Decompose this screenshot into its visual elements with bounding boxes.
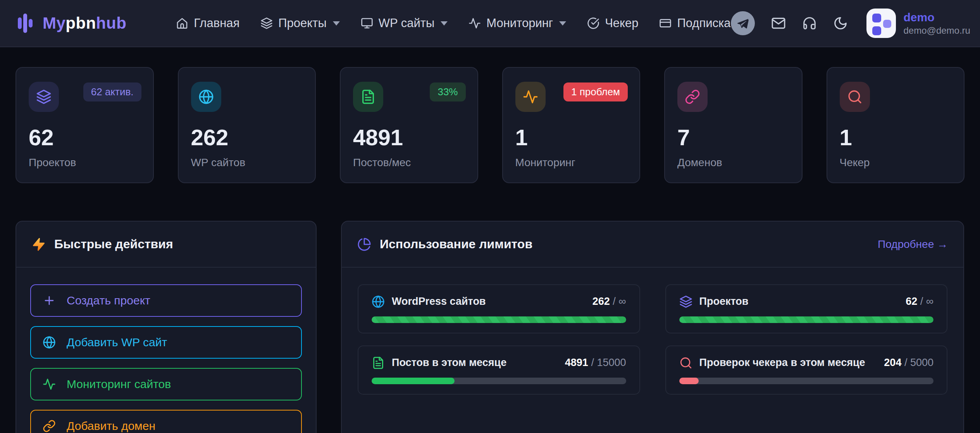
main-nav: Главная Проекты WP сайты Мониторинг [176, 16, 730, 30]
activity-icon [43, 378, 56, 391]
navbar-actions: demo demo@demo.ru [731, 9, 970, 38]
headphones-icon [802, 16, 817, 31]
progress-fill [372, 378, 455, 384]
limit-value: 4891 / 15000 [565, 357, 626, 369]
stat-card-domains[interactable]: 7 Доменов [664, 67, 803, 183]
file-text-icon [353, 82, 383, 112]
support-button[interactable] [802, 16, 817, 31]
stat-value: 1 [840, 124, 952, 150]
progress-bar [372, 378, 626, 384]
search-icon [840, 82, 870, 112]
limit-name: Проектов [699, 296, 749, 308]
stat-card-checker[interactable]: 1 Чекер [827, 67, 965, 183]
limit-name: Проверок чекера в этом месяце [699, 357, 865, 369]
limit-card-wp-sites: WordPress сайтов 262 / ∞ [358, 284, 640, 333]
limit-card-projects: Проектов 62 / ∞ [665, 284, 948, 333]
layers-icon [679, 295, 692, 308]
nav-item-projects[interactable]: Проекты [260, 16, 339, 30]
stat-label: Постов/мес [353, 156, 465, 169]
limit-name: Постов в этом месяце [392, 357, 506, 369]
progress-bar [679, 316, 934, 323]
create-project-button[interactable]: Создать проект [30, 284, 302, 317]
link-icon [43, 419, 56, 433]
logo-text: Mypbnhub [43, 14, 126, 33]
limits-panel: Использование лимитов Подробнее → WordPr… [341, 221, 964, 433]
globe-icon [43, 336, 56, 349]
stat-card-wp-sites[interactable]: 262 WP сайтов [178, 67, 316, 183]
quick-actions-header: Быстрые действия [16, 222, 316, 268]
file-text-icon [372, 356, 385, 369]
quick-actions-list: Создать проект Добавить WP сайт Монитори… [16, 268, 316, 433]
stat-value: 62 [29, 124, 141, 150]
stat-value: 1 [515, 124, 627, 150]
link-icon [677, 82, 708, 112]
globe-icon [191, 82, 221, 112]
site-monitoring-button[interactable]: Мониторинг сайтов [30, 368, 302, 400]
layers-icon [29, 82, 59, 112]
progress-fill [679, 378, 699, 384]
nav-item-subscription[interactable]: Подписка [659, 16, 730, 30]
limit-name: WordPress сайтов [392, 296, 486, 308]
add-domain-button[interactable]: Добавить домен [30, 410, 302, 433]
alert-badge: 1 проблем [563, 82, 628, 101]
mail-icon [771, 16, 786, 31]
stat-card-monitoring[interactable]: 1 проблем 1 Мониторинг [502, 67, 641, 183]
mail-button[interactable] [771, 16, 786, 31]
layers-icon [260, 17, 273, 29]
progress-fill [372, 316, 626, 323]
stat-label: Проектов [29, 156, 141, 169]
panel-title: Быстрые действия [54, 237, 173, 251]
limits-details-link[interactable]: Подробнее → [878, 238, 948, 251]
check-circle-icon [587, 17, 599, 29]
stat-label: Доменов [677, 156, 789, 169]
quick-actions-panel: Быстрые действия Создать проект Добавить… [16, 221, 317, 433]
user-email: demo@demo.ru [904, 25, 970, 36]
nav-item-wp-sites[interactable]: WP сайты [361, 16, 448, 30]
nav-item-monitoring[interactable]: Мониторинг [468, 16, 566, 30]
monitor-icon [361, 17, 373, 29]
progress-bar [679, 378, 934, 384]
limit-card-posts: Постов в этом месяце 4891 / 15000 [358, 345, 640, 395]
nav-item-home[interactable]: Главная [176, 16, 239, 30]
zap-icon [32, 237, 46, 251]
limits-grid: WordPress сайтов 262 / ∞ Проектов 62 / ∞ [342, 268, 963, 411]
credit-card-icon [659, 17, 672, 29]
activity-icon [515, 82, 546, 112]
stat-label: Мониторинг [515, 156, 627, 169]
limit-value: 62 / ∞ [906, 296, 933, 308]
stat-label: WP сайтов [191, 156, 303, 169]
stat-card-projects[interactable]: 62 актив. 62 Проектов [16, 67, 154, 183]
add-wp-site-button[interactable]: Добавить WP сайт [30, 326, 302, 359]
stat-label: Чекер [840, 156, 952, 169]
limit-value: 204 / 5000 [884, 357, 933, 369]
status-badge: 62 актив. [83, 82, 141, 101]
limit-card-checker: Проверок чекера в этом месяце 204 / 5000 [665, 345, 948, 395]
stat-card-posts[interactable]: 33% 4891 Постов/мес [340, 67, 478, 183]
panels-row: Быстрые действия Создать проект Добавить… [16, 221, 964, 433]
panel-title: Использование лимитов [380, 237, 532, 251]
progress-bar [372, 316, 626, 323]
dashboard: 62 актив. 62 Проектов 262 WP сайтов 33% … [0, 47, 980, 433]
nav-item-checker[interactable]: Чекер [587, 16, 638, 30]
theme-toggle-button[interactable] [833, 16, 848, 31]
progress-fill [679, 316, 934, 323]
equalizer-bars-icon [18, 13, 36, 34]
stat-value: 4891 [353, 124, 465, 150]
stat-value: 262 [191, 124, 303, 150]
chevron-down-icon [441, 21, 448, 26]
plus-icon [43, 294, 56, 307]
stats-row: 62 актив. 62 Проектов 262 WP сайтов 33% … [16, 67, 964, 183]
top-navbar: Mypbnhub Главная Проекты WP сайты [0, 0, 980, 47]
limits-header: Использование лимитов Подробнее → [342, 222, 963, 268]
telegram-button[interactable] [731, 11, 755, 35]
user-menu[interactable]: demo demo@demo.ru [866, 9, 970, 38]
logo[interactable]: Mypbnhub [18, 13, 126, 34]
limit-value: 262 / ∞ [592, 296, 626, 308]
search-icon [679, 356, 692, 369]
chevron-down-icon [333, 21, 340, 26]
home-icon [176, 17, 188, 29]
user-name: demo [904, 10, 970, 25]
moon-icon [833, 16, 848, 31]
stat-value: 7 [677, 124, 789, 150]
globe-icon [372, 295, 385, 308]
